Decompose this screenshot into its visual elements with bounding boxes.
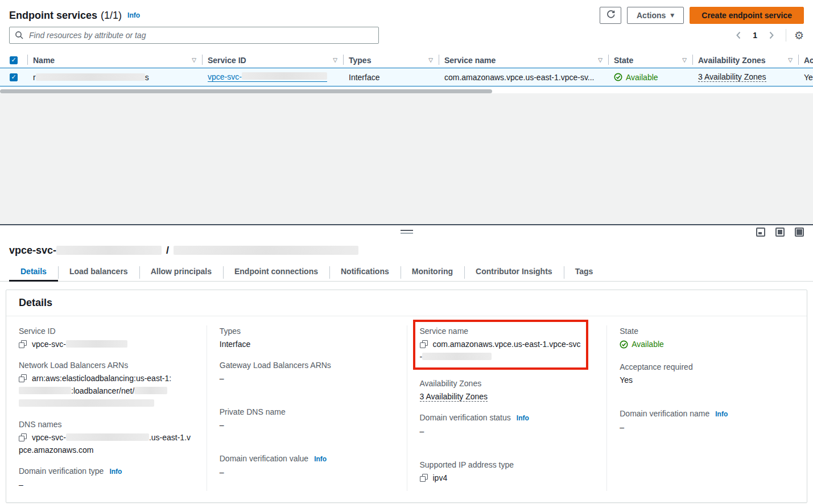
panel-size-medium-icon[interactable] [775,228,785,237]
details-card: Details Service ID vpce-svc- Network Loa… [6,290,807,503]
table-row[interactable]: ✓ rs vpce-svc- Interface com.amazonaws.v… [0,68,813,86]
tab-endpoint-connections[interactable]: Endpoint connections [223,263,329,281]
refresh-button[interactable] [600,7,621,24]
check-circle-icon [614,73,622,81]
field-supported-ip-address-type: Supported IP address type ipv4 [420,459,596,484]
horizontal-scrollbar [0,89,813,93]
details-card-heading: Details [6,290,807,316]
select-all-checkbox[interactable]: ✓ [10,56,18,64]
split-panel-gap [0,93,813,225]
pager-divider [786,29,786,42]
tab-notifications[interactable]: Notifications [329,263,401,281]
search-icon [15,31,24,42]
column-header-service-name[interactable]: Service name▽ [439,52,608,68]
column-header-types[interactable]: Types▽ [343,52,439,68]
sort-icon[interactable]: ▽ [593,57,602,63]
redacted-name [36,73,145,81]
row-checkbox[interactable]: ✓ [10,73,18,81]
cell-types: Interface [343,68,439,86]
details-column-4: State Available Acceptance required Yes … [606,325,807,491]
field-domain-verification-status: Domain verification statusInfo – [420,412,596,437]
details-column-1: Service ID vpce-svc- Network Load Balanc… [6,325,207,491]
tab-load-balancers[interactable]: Load balancers [58,263,139,281]
detail-split-panel: vpce-svc-/ Details Load balancers Allow … [0,225,813,503]
state-available-badge: Available [620,338,664,350]
copy-icon[interactable] [420,474,428,482]
header-info-link[interactable]: Info [127,11,140,19]
field-service-id: Service ID vpce-svc- [19,325,195,350]
redacted-service-id [242,72,327,80]
refresh-icon [606,10,616,21]
panel-drag-handle[interactable] [401,230,413,234]
page-title: Endpoint services [9,10,97,22]
tab-details[interactable]: Details [9,263,58,281]
actions-button[interactable]: Actions ▼ [627,7,684,24]
column-header-acceptance-required[interactable]: Acceptance required [798,52,813,68]
table-header-row: ✓ Name▽ Service ID▽ Types▽ Service name▽… [0,52,813,68]
field-availability-zones: Availability Zones 3 Availability Zones [420,378,596,403]
copy-icon[interactable] [420,340,428,348]
field-private-dns-name: Private DNS name – [220,406,395,431]
redacted-value [66,433,149,441]
resource-count: (1/1) [101,10,122,22]
info-link[interactable]: Info [517,414,529,422]
table-settings-gear-icon[interactable]: ⚙ [794,30,804,41]
column-header-name[interactable]: Name▽ [27,52,202,68]
redacted-value [134,387,167,394]
cell-name: rs [27,68,202,86]
sort-icon[interactable]: ▽ [783,57,793,63]
info-link[interactable]: Info [715,410,728,418]
tab-monitoring[interactable]: Monitoring [401,263,464,281]
create-endpoint-service-button[interactable]: Create endpoint service [690,7,804,24]
redacted-service-name [174,246,358,255]
redacted-value [19,387,71,394]
sort-icon[interactable]: ▽ [678,57,687,63]
sort-icon[interactable]: ▽ [187,57,196,63]
search-box [9,27,379,44]
horizontal-scrollbar-thumb[interactable] [0,89,492,93]
panel-size-small-icon[interactable] [756,228,765,237]
field-domain-verification-name: Domain verification nameInfo – [620,408,795,433]
availability-zones-popover-link[interactable]: 3 Availability Zones [698,72,766,82]
panel-title: vpce-svc-/ [0,241,813,257]
field-types: Types Interface [220,325,395,350]
column-header-state[interactable]: State▽ [608,52,692,68]
sort-icon[interactable]: ▽ [424,57,433,63]
field-network-load-balancers-arns: Network Load Balancers ARNs arn:aws:elas… [19,360,195,410]
cell-service-name: com.amazonaws.vpce.us-east-1.vpce-sv... [439,68,608,86]
redacted-value [422,353,492,360]
field-state: State Available [620,325,795,352]
redacted-value [19,399,154,407]
field-domain-verification-value: Domain verification valueInfo – [220,453,395,478]
redacted-value [66,340,127,348]
previous-page-button[interactable] [732,29,745,42]
state-available-badge: Available [614,73,658,82]
chevron-down-icon: ▼ [670,13,674,18]
tab-tags[interactable]: Tags [564,263,605,281]
details-column-2: Types Interface Gateway Load Balancers A… [207,325,407,491]
copy-icon[interactable] [19,340,27,348]
field-domain-verification-type: Domain verification typeInfo – [19,465,195,491]
next-page-button[interactable] [765,29,778,42]
details-column-3: Service name com.amazonaws.vpce.us-east-… [407,325,607,491]
copy-icon[interactable] [19,374,27,382]
copy-icon[interactable] [19,433,27,441]
sort-icon[interactable]: ▽ [328,57,337,63]
field-dns-names: DNS names vpce-svc-.us-east-1.vpce.amazo… [19,419,195,456]
field-acceptance-required: Acceptance required Yes [620,361,795,386]
service-id-link[interactable]: vpce-svc- [208,72,327,82]
tab-allow-principals[interactable]: Allow principals [139,263,223,281]
search-input[interactable] [9,27,379,44]
current-page-number[interactable]: 1 [753,31,757,40]
column-header-availability-zones[interactable]: Availability Zones▽ [692,52,798,68]
info-link[interactable]: Info [314,455,327,463]
panel-tabs: Details Load balancers Allow principals … [0,263,813,282]
field-service-name-highlighted: Service name com.amazonaws.vpce.us-east-… [413,320,589,370]
availability-zones-popover-link[interactable]: 3 Availability Zones [420,392,488,402]
column-header-service-id[interactable]: Service ID▽ [202,52,343,68]
info-link[interactable]: Info [109,468,122,476]
cell-acceptance: Yes [798,68,813,86]
endpoint-services-header-section: Endpoint services (1/1) Info Actions ▼ C… [0,0,813,93]
tab-contributor-insights[interactable]: Contributor Insights [464,263,564,281]
panel-size-large-icon[interactable] [795,228,804,237]
